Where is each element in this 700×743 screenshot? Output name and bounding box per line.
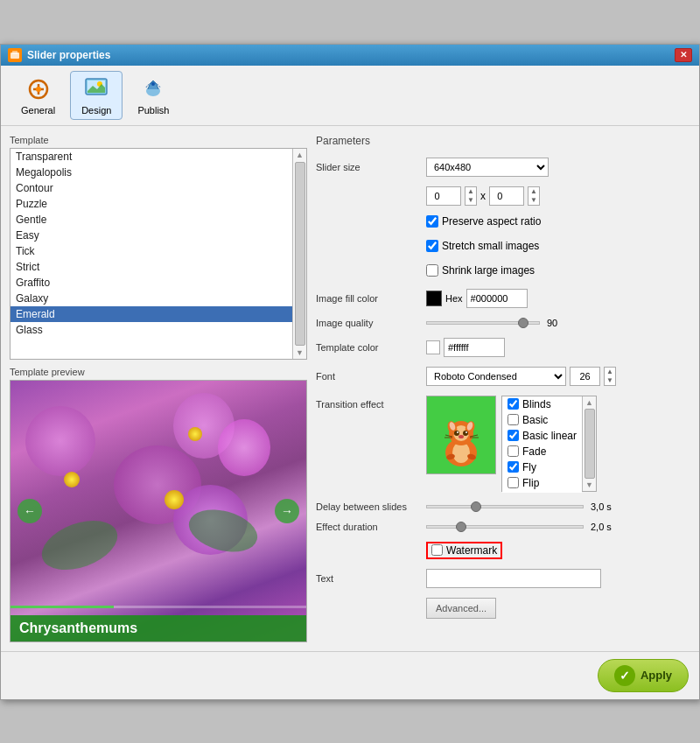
close-button[interactable]: ✕ — [675, 48, 692, 62]
next-slide-button[interactable]: → — [275, 499, 299, 523]
transition-list[interactable]: Blinds Basic Basic linear — [502, 396, 582, 493]
height-spin-down[interactable]: ▼ — [528, 196, 539, 205]
transition-scroll-thumb[interactable] — [584, 409, 595, 479]
watermark-label: Watermark — [446, 544, 497, 557]
apply-button[interactable]: ✓ Apply — [598, 659, 689, 692]
general-tab-button[interactable]: General — [10, 71, 66, 120]
transition-fade-checkbox[interactable] — [508, 445, 519, 457]
transition-basic-checkbox[interactable] — [508, 414, 519, 425]
transition-scrollbar[interactable]: ▲ ▼ — [582, 396, 596, 491]
transition-basic-linear-checkbox[interactable] — [508, 430, 519, 441]
transition-row: Transition effect — [316, 396, 690, 492]
width-spin-up[interactable]: ▲ — [466, 187, 476, 196]
prev-slide-button[interactable]: ← — [18, 499, 42, 523]
width-spin[interactable]: ▲ ▼ — [465, 186, 477, 206]
dimensions-control: ▲ ▼ x ▲ ▼ — [426, 186, 690, 206]
template-color-label: Template color — [316, 342, 421, 353]
font-size-spin[interactable]: ▲ ▼ — [604, 367, 616, 386]
svg-point-20 — [466, 431, 467, 433]
transition-flip-label: Flip — [522, 477, 539, 489]
font-size-spin-down[interactable]: ▼ — [605, 376, 615, 385]
width-spin-down[interactable]: ▼ — [466, 196, 476, 205]
list-item[interactable]: Megalopolis — [10, 165, 292, 180]
transition-fly-checkbox[interactable] — [508, 461, 519, 473]
preview-container: ← → Chrysanthemums — [10, 380, 307, 642]
svg-point-19 — [457, 431, 458, 433]
delay-slider[interactable] — [426, 505, 584, 508]
image-quality-slider[interactable] — [426, 321, 540, 325]
title-bar-left: Slider properties — [8, 48, 110, 62]
transition-item-blinds[interactable]: Blinds — [502, 396, 582, 412]
height-spin[interactable]: ▲ ▼ — [528, 186, 540, 206]
font-size-input[interactable] — [570, 367, 600, 386]
height-input[interactable] — [489, 186, 524, 206]
transition-item-fly[interactable]: Fly — [502, 459, 582, 475]
preserve-aspect-checkbox-row: Preserve aspect ratio — [426, 215, 541, 228]
flower-1 — [25, 406, 95, 476]
transition-blinds-checkbox[interactable] — [508, 398, 519, 410]
fill-color-hex-input[interactable] — [466, 289, 528, 308]
transition-scroll-down[interactable]: ▼ — [585, 480, 593, 489]
apply-label: Apply — [640, 669, 672, 682]
publish-tab-button[interactable]: Publish — [126, 71, 180, 120]
progress-fill — [10, 606, 114, 608]
list-item[interactable]: Transparent — [10, 149, 292, 165]
list-item[interactable]: Contour — [10, 180, 292, 196]
left-panel: Template Transparent Megalopolis Contour… — [10, 135, 307, 642]
list-item[interactable]: Tick — [10, 243, 292, 259]
template-section-label: Template — [10, 135, 307, 145]
transition-item-fade[interactable]: Fade — [502, 444, 582, 459]
fill-color-swatch[interactable] — [426, 291, 442, 306]
watermark-control: Watermark — [426, 542, 690, 559]
preserve-aspect-checkbox[interactable] — [426, 215, 438, 228]
transition-item-basic[interactable]: Basic — [502, 412, 582, 428]
transition-scroll-up[interactable]: ▲ — [585, 398, 593, 407]
height-spin-up[interactable]: ▲ — [528, 187, 539, 196]
template-color-hex-input[interactable] — [444, 338, 505, 357]
transition-flip-checkbox[interactable] — [508, 477, 519, 488]
shrink-large-checkbox[interactable] — [426, 264, 438, 277]
transition-preview — [426, 396, 496, 474]
list-item[interactable]: Glass — [10, 322, 292, 338]
effect-duration-slider[interactable] — [426, 525, 584, 529]
svg-point-8 — [151, 82, 155, 86]
font-select[interactable]: Roboto Condensed Arial Verdana Tahoma — [426, 367, 566, 386]
template-list[interactable]: Transparent Megalopolis Contour Puzzle G… — [10, 149, 292, 359]
stretch-small-checkbox[interactable] — [426, 240, 438, 252]
delay-row: Delay between slides 3,0 s — [316, 501, 690, 512]
dimensions-row: ▲ ▼ x ▲ ▼ — [316, 186, 690, 206]
text-row: Text — [316, 569, 690, 588]
list-item[interactable]: Graffito — [10, 275, 292, 291]
design-tab-button[interactable]: Design — [70, 71, 122, 120]
svg-point-21 — [458, 435, 464, 438]
preserve-aspect-row: Preserve aspect ratio — [316, 215, 690, 230]
window-title: Slider properties — [27, 49, 110, 61]
transition-basic-linear-label: Basic linear — [522, 430, 577, 442]
template-scrollbar[interactable]: ▲ ▼ — [292, 149, 306, 359]
list-item[interactable]: Strict — [10, 259, 292, 275]
flower-center-1 — [64, 472, 80, 487]
font-control: Roboto Condensed Arial Verdana Tahoma ▲ … — [426, 367, 690, 386]
image-quality-row: Image quality 90 — [316, 318, 690, 328]
font-size-spin-up[interactable]: ▲ — [605, 368, 615, 376]
width-input[interactable] — [426, 186, 461, 206]
template-color-swatch[interactable] — [426, 340, 440, 354]
list-item-emerald[interactable]: Emerald — [10, 306, 292, 322]
list-item[interactable]: Easy — [10, 228, 292, 243]
text-input[interactable] — [426, 569, 601, 588]
fill-color-control: Hex — [426, 289, 690, 308]
transition-item-flip[interactable]: Flip — [502, 475, 582, 491]
delay-control: 3,0 s — [426, 501, 690, 512]
template-preview-section: Template preview — [10, 367, 307, 642]
transition-item-basic-linear[interactable]: Basic linear — [502, 428, 582, 444]
stretch-small-row: Stretch small images — [316, 240, 690, 255]
watermark-checkbox[interactable] — [431, 544, 443, 556]
fox-background — [427, 396, 495, 473]
slider-size-select[interactable]: 640x480 800x600 1024x768 Custom — [426, 158, 549, 177]
list-item[interactable]: Puzzle — [10, 196, 292, 212]
template-preview-label: Template preview — [10, 367, 307, 377]
list-item[interactable]: Gentle — [10, 212, 292, 228]
bottom-bar: ✓ Apply — [1, 651, 699, 699]
advanced-button[interactable]: Advanced... — [426, 598, 496, 619]
list-item[interactable]: Galaxy — [10, 291, 292, 306]
